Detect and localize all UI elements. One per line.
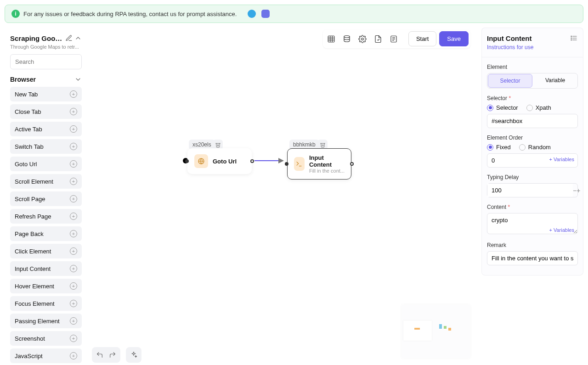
segment-variable[interactable]: Variable — [533, 74, 577, 88]
element-label: Element — [487, 64, 578, 70]
radio-fixed[interactable]: Fixed — [487, 144, 511, 151]
svg-point-21 — [571, 39, 571, 40]
redo-button[interactable] — [107, 350, 118, 360]
sidebar-item-page-back[interactable]: Page Back+ — [10, 226, 82, 241]
magic-button[interactable] — [129, 350, 139, 360]
sidebar-item-scroll-element[interactable]: Scroll Element+ — [10, 174, 82, 189]
sidebar-item-click-element[interactable]: Click Element+ — [10, 244, 82, 258]
workflow-subtitle: Through Google Maps to retr... — [10, 44, 82, 50]
delay-decrease[interactable]: − — [573, 186, 577, 195]
add-icon[interactable]: + — [70, 160, 77, 168]
add-icon[interactable]: + — [70, 108, 77, 115]
settings-icon[interactable] — [356, 33, 369, 45]
selector-input[interactable] — [487, 114, 578, 128]
svg-point-6 — [362, 38, 364, 40]
add-icon[interactable]: + — [70, 300, 77, 307]
sidebar-item-scroll-page[interactable]: Scroll Page+ — [10, 191, 82, 206]
sidebar-item-passing-element[interactable]: Passing Element+ — [10, 314, 82, 328]
undo-button[interactable] — [95, 350, 105, 360]
add-icon[interactable]: + — [70, 352, 77, 359]
delay-increase[interactable]: + — [577, 186, 580, 195]
telegram-icon[interactable] — [248, 10, 256, 18]
add-icon[interactable]: + — [70, 335, 77, 342]
input-icon — [294, 157, 305, 171]
grid-icon[interactable] — [325, 33, 338, 45]
input-port[interactable] — [185, 159, 189, 163]
add-icon[interactable]: + — [70, 265, 77, 272]
sidebar-item-new-tab[interactable]: New Tab+ — [10, 87, 82, 101]
inspector-panel: Input Content Instructions for use Eleme… — [481, 28, 583, 275]
sidebar-item-hover-element[interactable]: Hover Element+ — [10, 279, 82, 293]
sidebar-item-switch-tab[interactable]: Switch Tab+ — [10, 139, 82, 154]
add-variable-order[interactable]: + Variables — [549, 157, 574, 162]
add-icon[interactable]: + — [70, 90, 77, 98]
svg-point-20 — [571, 38, 571, 38]
sidebar-item-input-content[interactable]: Input Content+ — [10, 261, 82, 276]
sidebar: Scraping Google... Through Google Maps t… — [5, 28, 87, 365]
element-segment: Selector Variable — [487, 73, 578, 89]
svg-marker-14 — [278, 158, 284, 163]
info-icon: i — [11, 10, 20, 18]
edit-title-icon[interactable] — [65, 34, 73, 42]
export-icon[interactable] — [372, 33, 384, 45]
minimap[interactable] — [401, 305, 470, 358]
input-port[interactable] — [285, 162, 288, 166]
database-icon[interactable] — [340, 33, 353, 45]
start-button[interactable]: Start — [408, 31, 436, 46]
list-icon[interactable] — [570, 34, 578, 42]
sidebar-item-active-tab[interactable]: Active Tab+ — [10, 122, 82, 136]
add-icon[interactable]: + — [70, 247, 77, 255]
goto-url-node[interactable]: Goto Url — [187, 148, 252, 174]
add-variable-content[interactable]: + Variables — [549, 227, 574, 233]
globe-icon — [194, 154, 208, 168]
add-icon[interactable]: + — [70, 178, 77, 185]
add-icon[interactable]: + — [70, 195, 77, 202]
output-port[interactable] — [350, 162, 354, 166]
svg-point-5 — [344, 35, 350, 38]
add-icon[interactable]: + — [70, 317, 77, 325]
radio-selector[interactable]: Selector — [487, 104, 518, 111]
add-icon[interactable]: + — [70, 143, 77, 150]
sidebar-item-refresh-page[interactable]: Refresh Page+ — [10, 209, 82, 224]
add-icon[interactable]: + — [70, 125, 77, 133]
banner-text: For any issues or feedback during RPA te… — [23, 11, 237, 17]
sidebar-item-goto-url[interactable]: Goto Url+ — [10, 157, 82, 171]
workflow-title: Scraping Google... — [10, 34, 63, 42]
canvas-toolbar: Start Save — [323, 29, 470, 48]
sidebar-item-focus-element[interactable]: Focus Element+ — [10, 296, 82, 311]
instructions-link[interactable]: Instructions for use — [487, 44, 578, 51]
search-input[interactable] — [10, 54, 82, 69]
canvas[interactable]: Start Save xs20els Goto Url bbhkmkb — [87, 28, 476, 365]
sidebar-item-javascript[interactable]: JavaScript+ — [10, 348, 82, 363]
radio-xpath[interactable]: Xpath — [526, 104, 551, 111]
discord-icon[interactable] — [261, 10, 270, 18]
radio-random[interactable]: Random — [519, 144, 551, 151]
segment-selector[interactable]: Selector — [488, 74, 532, 88]
sidebar-item-screenshot[interactable]: Screenshot+ — [10, 331, 82, 346]
add-icon[interactable]: + — [70, 282, 77, 290]
delay-input[interactable] — [487, 184, 573, 197]
input-content-node[interactable]: Input Content Fill in the cont... — [287, 148, 351, 180]
sidebar-item-close-tab[interactable]: Close Tab+ — [10, 104, 82, 119]
category-browser[interactable]: Browser — [10, 76, 82, 83]
typing-delay-stepper: − + — [487, 183, 578, 197]
svg-rect-0 — [328, 36, 334, 42]
collapse-sidebar-icon[interactable] — [74, 34, 82, 42]
log-icon[interactable] — [387, 33, 400, 45]
add-icon[interactable]: + — [70, 213, 77, 220]
save-button[interactable]: Save — [439, 31, 469, 46]
feedback-banner: i For any issues or feedback during RPA … — [5, 5, 583, 23]
add-icon[interactable]: + — [70, 230, 77, 237]
inspector-title: Input Content — [487, 34, 531, 42]
remark-input[interactable] — [487, 251, 578, 265]
svg-point-19 — [571, 36, 571, 36]
chevron-down-icon — [74, 76, 82, 83]
